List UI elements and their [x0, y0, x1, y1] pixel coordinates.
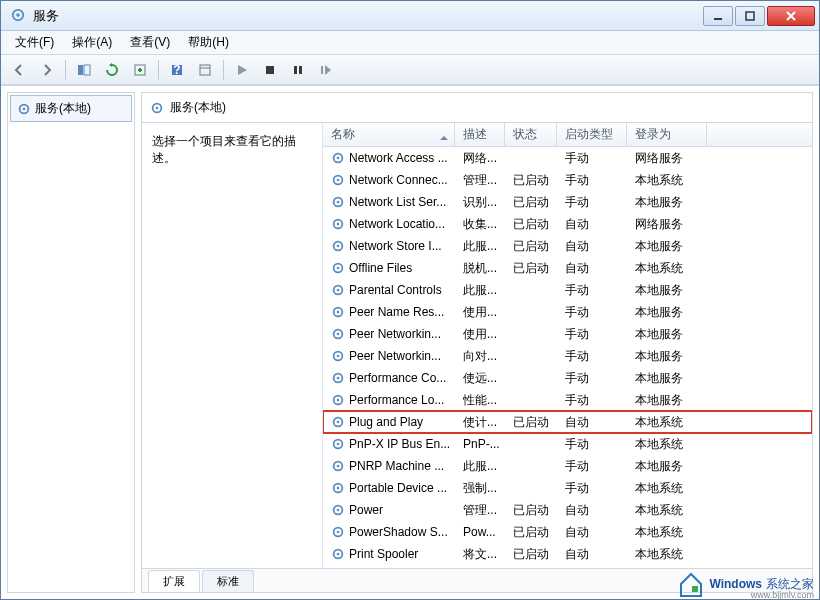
table-row[interactable]: Network List Ser...识别...已启动手动本地服务	[323, 191, 812, 213]
table-row[interactable]: Peer Networkin...使用...手动本地服务	[323, 323, 812, 345]
table-row[interactable]: Print Spooler将文...已启动自动本地系统	[323, 543, 812, 565]
table-row[interactable]: Performance Co...使远...手动本地服务	[323, 367, 812, 389]
table-row[interactable]: Network Store I...此服...已启动自动本地服务	[323, 235, 812, 257]
cell-desc: 使计...	[455, 414, 505, 431]
table-row[interactable]: Peer Name Res...使用...手动本地服务	[323, 301, 812, 323]
svg-rect-14	[294, 66, 297, 74]
svg-point-18	[23, 107, 26, 110]
cell-desc: 使用...	[455, 304, 505, 321]
svg-point-48	[337, 443, 340, 446]
service-rows[interactable]: Network Access ...网络...手动网络服务Network Con…	[323, 147, 812, 568]
cell-logon: 本地服务	[627, 238, 707, 255]
cell-status: 已启动	[505, 194, 557, 211]
close-button[interactable]	[767, 6, 815, 26]
pause-service-button[interactable]	[286, 58, 310, 82]
cell-status: 已启动	[505, 172, 557, 189]
svg-point-56	[337, 531, 340, 534]
properties-button[interactable]	[193, 58, 217, 82]
table-row[interactable]: Parental Controls此服...手动本地服务	[323, 279, 812, 301]
back-button[interactable]	[7, 58, 31, 82]
column-description[interactable]: 描述	[455, 123, 505, 146]
gear-icon	[331, 305, 345, 319]
table-row[interactable]: Power管理...已启动自动本地系统	[323, 499, 812, 521]
stop-service-button[interactable]	[258, 58, 282, 82]
svg-point-38	[337, 333, 340, 336]
maximize-button[interactable]	[735, 6, 765, 26]
body: 服务(本地) 服务(本地) 选择一个项目来查看它的描述。 名称 描述 状态 启动…	[1, 85, 819, 599]
cell-name: Network Locatio...	[323, 217, 455, 231]
svg-point-42	[337, 377, 340, 380]
cell-startup: 手动	[557, 370, 627, 387]
cell-startup: 自动	[557, 502, 627, 519]
cell-startup: 自动	[557, 524, 627, 541]
column-logon-as[interactable]: 登录为	[627, 123, 707, 146]
table-row[interactable]: PnP-X IP Bus En...PnP-...手动本地系统	[323, 433, 812, 455]
help-button[interactable]: ?	[165, 58, 189, 82]
cell-status: 已启动	[505, 216, 557, 233]
menu-file[interactable]: 文件(F)	[7, 32, 62, 53]
menu-view[interactable]: 查看(V)	[122, 32, 178, 53]
tab-standard[interactable]: 标准	[202, 570, 254, 592]
svg-rect-16	[321, 66, 323, 74]
forward-button[interactable]	[35, 58, 59, 82]
table-row[interactable]: PNRP Machine ...此服...手动本地服务	[323, 455, 812, 477]
column-startup-type[interactable]: 启动类型	[557, 123, 627, 146]
tree-root-services[interactable]: 服务(本地)	[10, 95, 132, 122]
column-headers: 名称 描述 状态 启动类型 登录为	[323, 123, 812, 147]
cell-logon: 网络服务	[627, 150, 707, 167]
menu-help[interactable]: 帮助(H)	[180, 32, 237, 53]
cell-desc: 强制...	[455, 480, 505, 497]
table-row[interactable]: Performance Lo...性能...手动本地服务	[323, 389, 812, 411]
cell-logon: 网络服务	[627, 216, 707, 233]
minimize-button[interactable]	[703, 6, 733, 26]
cell-status: 已启动	[505, 414, 557, 431]
cell-logon: 本地系统	[627, 436, 707, 453]
cell-name: PNRP Machine ...	[323, 459, 455, 473]
column-name[interactable]: 名称	[323, 123, 455, 146]
table-row[interactable]: Network Locatio...收集...已启动自动网络服务	[323, 213, 812, 235]
gear-icon	[331, 195, 345, 209]
cell-name: Parental Controls	[323, 283, 455, 297]
cell-logon: 本地服务	[627, 282, 707, 299]
table-row[interactable]: Portable Device ...强制...手动本地系统	[323, 477, 812, 499]
cell-name: Network Connec...	[323, 173, 455, 187]
gear-icon	[331, 173, 345, 187]
cell-desc: 管理...	[455, 172, 505, 189]
refresh-button[interactable]	[100, 58, 124, 82]
export-button[interactable]	[128, 58, 152, 82]
table-row[interactable]: Plug and Play使计...已启动自动本地系统	[323, 411, 812, 433]
svg-rect-6	[78, 65, 83, 75]
window-title: 服务	[33, 7, 703, 25]
cell-logon: 本地服务	[627, 326, 707, 343]
svg-point-44	[337, 399, 340, 402]
table-row[interactable]: Offline Files脱机...已启动自动本地系统	[323, 257, 812, 279]
cell-desc: PnP-...	[455, 437, 505, 451]
cell-logon: 本地系统	[627, 502, 707, 519]
gear-icon	[17, 102, 31, 116]
cell-name: Network Store I...	[323, 239, 455, 253]
table-row[interactable]: Peer Networkin...向对...手动本地服务	[323, 345, 812, 367]
cell-startup: 手动	[557, 326, 627, 343]
column-status[interactable]: 状态	[505, 123, 557, 146]
cell-name: Network List Ser...	[323, 195, 455, 209]
cell-startup: 手动	[557, 150, 627, 167]
toolbar-separator	[65, 60, 66, 80]
cell-startup: 手动	[557, 436, 627, 453]
tree-panel: 服务(本地)	[7, 92, 135, 593]
table-row[interactable]: Network Access ...网络...手动网络服务	[323, 147, 812, 169]
table-row[interactable]: PowerShadow S...Pow...已启动自动本地系统	[323, 521, 812, 543]
start-service-button[interactable]	[230, 58, 254, 82]
menu-action[interactable]: 操作(A)	[64, 32, 120, 53]
cell-desc: 管理...	[455, 502, 505, 519]
restart-service-button[interactable]	[314, 58, 338, 82]
cell-desc: 此服...	[455, 238, 505, 255]
toolbar-separator	[223, 60, 224, 80]
titlebar[interactable]: 服务	[1, 1, 819, 31]
table-row[interactable]: Network Connec...管理...已启动手动本地系统	[323, 169, 812, 191]
gear-icon	[331, 239, 345, 253]
cell-name: Offline Files	[323, 261, 455, 275]
show-hide-tree-button[interactable]	[72, 58, 96, 82]
svg-point-36	[337, 311, 340, 314]
cell-desc: 使用...	[455, 326, 505, 343]
tab-extended[interactable]: 扩展	[148, 570, 200, 592]
